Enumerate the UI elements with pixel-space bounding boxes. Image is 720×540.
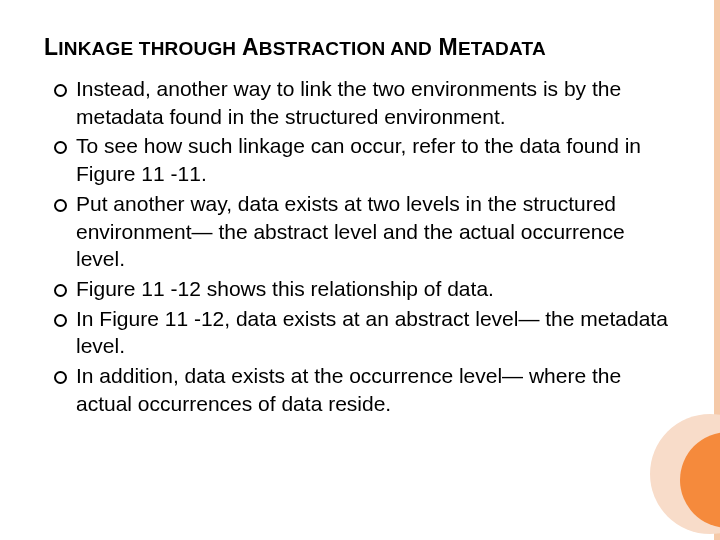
list-item: Instead, another way to link the two env… [52,75,676,130]
list-item: Put another way, data exists at two leve… [52,190,676,273]
bullet-text: To see how such linkage can occur, refer… [76,134,641,185]
bullet-text: Figure 11 -12 shows this relationship of… [76,277,494,300]
list-item: Figure 11 -12 shows this relationship of… [52,275,676,303]
slide: LINKAGE THROUGH ABSTRACTION AND METADATA… [0,0,720,540]
title-text: LINKAGE THROUGH ABSTRACTION AND METADATA [44,34,546,60]
bullet-text: In addition, data exists at the occurren… [76,364,621,415]
list-item: To see how such linkage can occur, refer… [52,132,676,187]
bullet-text: In Figure 11 -12, data exists at an abst… [76,307,668,358]
bullet-text: Instead, another way to link the two env… [76,77,621,128]
bullet-list: Instead, another way to link the two env… [44,75,676,418]
list-item: In Figure 11 -12, data exists at an abst… [52,305,676,360]
list-item: In addition, data exists at the occurren… [52,362,676,417]
slide-title: LINKAGE THROUGH ABSTRACTION AND METADATA [44,34,676,61]
bullet-text: Put another way, data exists at two leve… [76,192,625,270]
